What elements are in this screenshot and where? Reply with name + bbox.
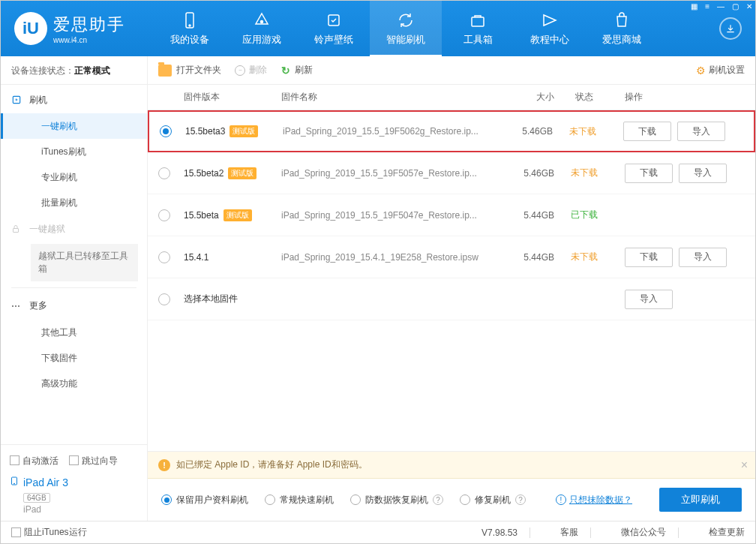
download-button[interactable]: 下载: [625, 248, 673, 267]
help-icon[interactable]: ?: [515, 494, 526, 505]
customer-service-link[interactable]: 客服: [560, 526, 578, 539]
firmware-radio[interactable]: [160, 125, 172, 137]
device-type: iPad: [10, 504, 138, 515]
block-itunes-checkbox[interactable]: 阻止iTunes运行: [11, 526, 87, 539]
flash-option-label: 常规快速刷机: [280, 494, 334, 506]
flash-option-label: 修复刷机: [475, 494, 511, 506]
firmware-filename: iPad_Spring_2019_15.5_19F5062g_Restore.i…: [283, 126, 493, 137]
radio-icon: [460, 494, 470, 505]
flash-option[interactable]: 修复刷机?: [460, 494, 526, 506]
import-local-button[interactable]: 导入: [625, 290, 673, 309]
device-name[interactable]: iPad Air 3: [10, 475, 138, 489]
check-update-link[interactable]: 检查更新: [709, 526, 745, 539]
sidebar-flash-sub[interactable]: 一键刷机: [1, 113, 147, 139]
download-manager-button[interactable]: [719, 17, 742, 40]
body: 设备连接状态：正常模式 刷机 一键刷机iTunes刷机专业刷机批量刷机 一键越狱…: [1, 56, 755, 521]
firmware-version: 15.4.1: [184, 252, 281, 263]
app-domain: www.i4.cn: [53, 36, 125, 44]
device-connection-status: 设备连接状态：正常模式: [1, 56, 147, 85]
sidebar-list: 刷机 一键刷机iTunes刷机专业刷机批量刷机 一键越狱 越狱工具已转移至工具箱…: [1, 85, 147, 444]
skip-guide-checkbox[interactable]: 跳过向导: [69, 455, 118, 467]
grid-icon[interactable]: ▦: [691, 2, 698, 11]
close-icon[interactable]: ✕: [746, 2, 752, 11]
local-radio[interactable]: [158, 293, 170, 305]
auto-activate-label: 自动激活: [22, 455, 58, 466]
nav-icon: [180, 11, 200, 30]
sidebar-flash-sub[interactable]: 专业刷机: [1, 164, 147, 190]
flash-option[interactable]: 常规快速刷机: [265, 494, 334, 506]
sidebar-divider: [11, 287, 136, 288]
app-name: 爱思助手: [53, 14, 125, 36]
firmware-radio[interactable]: [158, 209, 170, 221]
nav-label: 应用游戏: [242, 33, 281, 47]
firmware-radio[interactable]: [158, 251, 170, 263]
nav-label: 爱思商城: [602, 33, 641, 47]
firmware-size: 5.46GB: [494, 168, 554, 179]
firmware-version: 15.5beta测试版: [184, 209, 281, 221]
jailbreak-note: 越狱工具已转移至工具箱: [31, 244, 138, 281]
nav-item-0[interactable]: 我的设备: [154, 1, 226, 56]
th-name: 固件名称: [281, 91, 494, 104]
status-bar: 阻止iTunes运行 V7.98.53 客服 微信公众号 检查更新: [1, 521, 755, 543]
sidebar-more-sub[interactable]: 高级功能: [1, 371, 147, 396]
device-capacity-badge: 64GB: [23, 493, 50, 503]
firmware-row: 15.4.1iPad_Spring_2019_15.4.1_19E258_Res…: [148, 236, 755, 278]
nav-item-5[interactable]: 教程中心: [514, 1, 586, 56]
maximize-icon[interactable]: ▢: [732, 2, 739, 11]
settings-button[interactable]: ⚙刷机设置: [696, 64, 745, 77]
wechat-link[interactable]: 微信公众号: [621, 526, 666, 539]
sidebar-flash-sub[interactable]: 批量刷机: [1, 190, 147, 215]
auto-activate-checkbox[interactable]: 自动激活: [10, 455, 58, 467]
sidebar-cat-flash[interactable]: 刷机: [1, 86, 147, 113]
download-button[interactable]: 下载: [625, 164, 673, 183]
svg-rect-6: [14, 229, 19, 233]
delete-button: －删除: [235, 64, 267, 77]
sidebar-more-sub[interactable]: 下载固件: [1, 345, 147, 371]
nav-label: 铃声壁纸: [314, 33, 353, 47]
download-button[interactable]: 下载: [623, 122, 671, 141]
help-icon[interactable]: ?: [433, 494, 443, 505]
nav-item-3[interactable]: 智能刷机: [370, 1, 442, 56]
nav-label: 智能刷机: [386, 33, 425, 47]
import-button[interactable]: 导入: [677, 122, 725, 141]
nav-item-1[interactable]: 应用游戏: [226, 1, 298, 56]
erase-data-link[interactable]: ! 只想抹除数据？: [556, 494, 632, 506]
flash-option[interactable]: 防数据恢复刷机?: [350, 494, 443, 506]
minimize-icon[interactable]: ―: [717, 2, 724, 11]
firmware-radio[interactable]: [158, 167, 170, 179]
firmware-size: 5.46GB: [493, 126, 553, 137]
flash-now-button[interactable]: 立即刷机: [659, 488, 742, 512]
import-button[interactable]: 导入: [679, 164, 727, 183]
notice-close-button[interactable]: ×: [741, 458, 748, 472]
nav-item-2[interactable]: 铃声壁纸: [298, 1, 370, 56]
open-folder-button[interactable]: 打开文件夹: [158, 64, 221, 77]
menu-icon[interactable]: ≡: [705, 2, 710, 11]
nav-icon: [468, 11, 488, 30]
sidebar-more-sub[interactable]: 其他工具: [1, 320, 147, 345]
firmware-row: 15.5beta测试版iPad_Spring_2019_15.5_19F5047…: [148, 194, 755, 236]
nav-item-4[interactable]: 工具箱: [442, 1, 514, 56]
refresh-button[interactable]: ↻刷新: [280, 64, 313, 77]
th-version: 固件版本: [184, 91, 281, 104]
refresh-icon: ↻: [280, 65, 291, 76]
th-size: 大小: [494, 91, 554, 104]
version-label: V7.98.53: [482, 527, 518, 538]
delete-label: 删除: [249, 64, 267, 77]
flash-option[interactable]: 保留用户资料刷机: [161, 494, 248, 506]
title-bar: ▦ ≡ ― ▢ ✕ iU 爱思助手 www.i4.cn 我的设备应用游戏铃声壁纸…: [1, 1, 755, 56]
refresh-label: 刷新: [295, 64, 313, 77]
flash-option-label: 防数据恢复刷机: [365, 494, 428, 506]
firmware-size: 5.44GB: [494, 252, 554, 263]
import-button[interactable]: 导入: [679, 248, 727, 267]
erase-link-text: 只想抹除数据？: [569, 494, 632, 506]
nav-item-6[interactable]: 爱思商城: [586, 1, 658, 56]
delete-icon: －: [235, 65, 245, 76]
app-window: ▦ ≡ ― ▢ ✕ iU 爱思助手 www.i4.cn 我的设备应用游戏铃声壁纸…: [0, 0, 756, 544]
tablet-icon: [10, 475, 19, 489]
sidebar-cat-more[interactable]: ⋯ 更多: [1, 293, 147, 320]
sidebar-flash-sub[interactable]: iTunes刷机: [1, 139, 147, 164]
firmware-filename: iPad_Spring_2019_15.4.1_19E258_Restore.i…: [281, 252, 494, 263]
svg-point-2: [261, 21, 263, 23]
sidebar-cat-jailbreak: 一键越狱: [1, 215, 147, 242]
main-panel: 打开文件夹 －删除 ↻刷新 ⚙刷机设置 固件版本 固件名称 大小 状态 操作 1…: [148, 56, 755, 521]
